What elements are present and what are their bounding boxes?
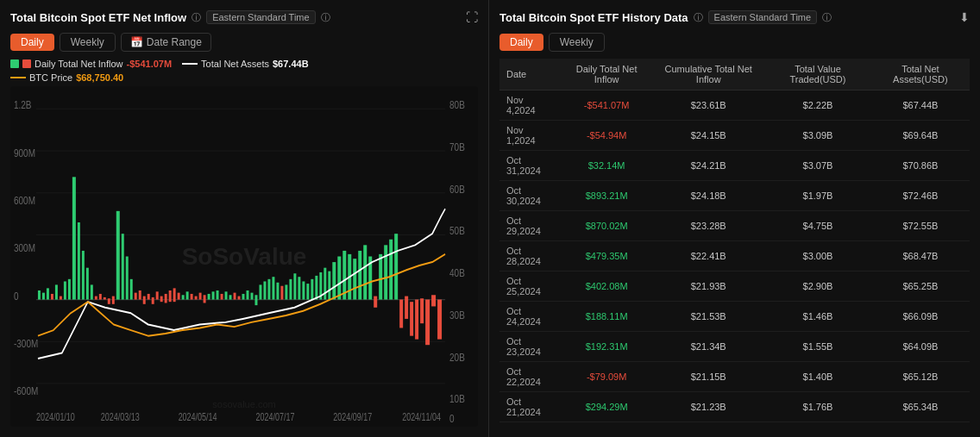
right-tab-weekly[interactable]: Weekly (549, 33, 605, 52)
table-row: Oct 24,2024$188.11M$21.53B$1.46B$66.09B (499, 302, 970, 332)
svg-rect-68 (208, 294, 210, 300)
legend-total-assets: Total Net Assets $67.44B (182, 59, 308, 69)
col-date: Date (499, 59, 561, 91)
svg-rect-52 (139, 290, 141, 300)
svg-rect-88 (293, 273, 296, 299)
svg-text:1.2B: 1.2B (14, 98, 32, 111)
cell-traded: $2.22B (764, 91, 871, 121)
legend-green-dot (10, 59, 19, 68)
svg-rect-98 (337, 257, 341, 300)
svg-rect-63 (186, 291, 189, 299)
right-title: Total Bitcoin Spot ETF History Data (499, 11, 688, 24)
left-tab-weekly[interactable]: Weekly (60, 33, 116, 52)
svg-rect-50 (130, 279, 133, 300)
cell-assets: $65.12B (871, 362, 970, 392)
svg-text:30B: 30B (449, 309, 465, 322)
col-traded: Total Value Traded(USD) (764, 59, 871, 91)
table-row: Oct 25,2024$402.08M$21.93B$2.90B$65.25B (499, 272, 970, 302)
legend-total-assets-value: $67.44B (273, 59, 309, 69)
download-icon[interactable]: ⬇ (959, 10, 970, 24)
cell-daily: $273.71M (561, 422, 652, 428)
right-tab-daily[interactable]: Daily (499, 34, 543, 51)
cell-daily: $32.14M (561, 151, 652, 181)
svg-rect-40 (86, 268, 89, 300)
svg-rect-78 (250, 293, 253, 300)
svg-rect-117 (437, 300, 442, 340)
svg-text:80B: 80B (449, 98, 465, 111)
right-panel: Total Bitcoin Spot ETF History Data ⓘ Ea… (489, 0, 980, 437)
svg-rect-80 (259, 284, 261, 299)
right-timezone-info-icon[interactable]: ⓘ (822, 11, 832, 24)
svg-rect-107 (384, 245, 387, 299)
table-row: Oct 23,2024$192.31M$21.34B$1.55B$64.09B (499, 332, 970, 362)
cell-cumulative: $22.41B (652, 241, 764, 272)
col-cumulative-inflow: Cumulative Total Net Inflow (652, 59, 764, 91)
cell-daily: -$79.09M (561, 362, 652, 392)
svg-rect-82 (267, 279, 270, 300)
svg-rect-59 (169, 290, 172, 302)
cell-daily: $402.08M (561, 272, 652, 302)
cell-date: Oct 25,2024 (499, 272, 561, 302)
svg-text:2024/03/13: 2024/03/13 (101, 411, 140, 423)
svg-rect-89 (298, 277, 300, 299)
history-table: Date Daily Total Net Inflow Cumulative T… (499, 59, 970, 427)
cell-daily: $870.02M (561, 211, 652, 241)
svg-rect-70 (217, 290, 219, 300)
svg-rect-43 (99, 294, 102, 300)
left-info-icon[interactable]: ⓘ (192, 11, 201, 24)
cell-assets: $64.09B (871, 332, 970, 362)
cell-traded: $1.97B (764, 181, 871, 211)
svg-rect-48 (122, 234, 124, 299)
svg-text:2024/11/04: 2024/11/04 (402, 411, 441, 423)
svg-rect-66 (199, 293, 202, 300)
left-timezone-info-icon[interactable]: ⓘ (321, 11, 330, 24)
svg-text:0: 0 (449, 411, 455, 424)
cell-cumulative: $23.61B (652, 91, 764, 121)
cell-assets: $68.47B (871, 241, 970, 272)
table-row: Oct 18,2024$273.71M$20.94B$2.23B$66.11B (499, 422, 970, 428)
date-range-button[interactable]: 📅 Date Range (121, 33, 211, 52)
svg-text:60B: 60B (449, 182, 465, 195)
cell-cumulative: $21.23B (652, 392, 764, 422)
svg-rect-46 (112, 297, 115, 304)
svg-rect-69 (212, 291, 215, 299)
cell-assets: $66.11B (871, 422, 970, 428)
svg-rect-49 (126, 257, 129, 300)
cell-daily: $188.11M (561, 302, 652, 332)
cell-daily: $192.31M (561, 332, 652, 362)
cell-assets: $66.09B (871, 302, 970, 332)
left-tab-daily[interactable]: Daily (10, 34, 54, 51)
left-timezone: Eastern Standard Time (206, 10, 316, 24)
legend-btc-price: BTC Price $68,750.40 (10, 72, 123, 83)
svg-rect-110 (399, 300, 403, 328)
svg-rect-91 (306, 284, 309, 299)
legend-net-inflow-value: -$541.07M (127, 59, 173, 69)
svg-rect-90 (302, 281, 305, 299)
cell-assets: $65.25B (871, 272, 970, 302)
cell-cumulative: $21.53B (652, 302, 764, 332)
cell-date: Oct 31,2024 (499, 151, 561, 181)
cell-date: Oct 29,2024 (499, 211, 561, 241)
svg-text:0: 0 (14, 289, 19, 302)
table-body: Nov 4,2024-$541.07M$23.61B$2.22B$67.44BN… (499, 91, 970, 428)
right-header: Total Bitcoin Spot ETF History Data ⓘ Ea… (499, 10, 970, 24)
cell-date: Oct 24,2024 (499, 302, 561, 332)
right-info-icon[interactable]: ⓘ (694, 11, 703, 24)
legend-red-dot (22, 59, 31, 68)
svg-rect-74 (234, 293, 236, 300)
svg-rect-96 (328, 272, 330, 300)
expand-icon[interactable]: ⛶ (466, 10, 478, 24)
cell-traded: $1.76B (764, 392, 871, 422)
right-timezone: Eastern Standard Time (708, 10, 818, 24)
calendar-icon: 📅 (130, 36, 143, 48)
svg-rect-33 (55, 284, 58, 299)
table-row: Oct 22,2024-$79.09M$21.15B$1.40B$65.12B (499, 362, 970, 392)
svg-rect-109 (394, 234, 398, 299)
cell-cumulative: $21.93B (652, 272, 764, 302)
cell-date: Nov 1,2024 (499, 121, 561, 151)
cell-cumulative: $20.94B (652, 422, 764, 428)
cell-date: Oct 22,2024 (499, 362, 561, 392)
history-table-container[interactable]: Date Daily Total Net Inflow Cumulative T… (499, 59, 970, 427)
left-header: Total Bitcoin Spot ETF Net Inflow ⓘ East… (10, 10, 478, 24)
svg-text:300M: 300M (14, 241, 35, 254)
